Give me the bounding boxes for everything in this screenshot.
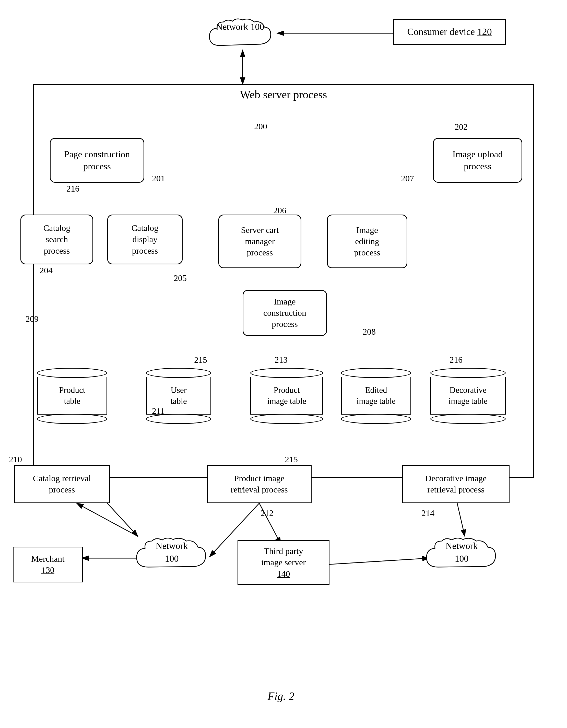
catalog-retrieval-box: Catalog retrievalprocess	[14, 465, 110, 503]
edited-image-table-label: Editedimage table	[357, 385, 396, 407]
decorative-image-retrieval-box: Decorative imageretrieval process	[402, 465, 510, 503]
decorative-image-table-db: Decorativeimage table	[430, 368, 506, 424]
third-party-server-box: Third partyimage server140	[238, 540, 329, 585]
user-table-label: Usertable	[170, 385, 187, 407]
label-205: 205	[174, 273, 187, 283]
consumer-device-label: Consumer device 120	[407, 26, 492, 38]
label-201: 201	[152, 174, 165, 183]
catalog-display-label: Catalogdisplayprocess	[132, 222, 159, 256]
network-bottom-mid-cloud: Network100	[133, 531, 211, 581]
catalog-retrieval-label: Catalog retrievalprocess	[33, 473, 91, 495]
network-bottom-right-cloud: Network100	[423, 531, 501, 581]
decorative-image-table-label: Decorativeimage table	[448, 385, 488, 407]
server-cart-label: Server cartmanagerprocess	[241, 225, 279, 259]
product-table-db: Producttable	[37, 368, 107, 424]
edited-image-table-db: Editedimage table	[341, 368, 411, 424]
label-209: 209	[26, 314, 39, 324]
image-upload-box: Image uploadprocess	[433, 138, 522, 183]
merchant-box: Merchant130	[13, 547, 83, 582]
label-206: 206	[273, 206, 286, 215]
consumer-device-box: Consumer device 120	[393, 19, 506, 45]
image-editing-box: Imageeditingprocess	[327, 215, 407, 268]
label-207: 207	[401, 174, 414, 183]
product-image-table-db: Productimage table	[250, 368, 323, 424]
user-table-db: Usertable	[146, 368, 211, 424]
image-construction-box: Imageconstructionprocess	[243, 290, 327, 336]
page-construction-box: Page constructionprocess	[50, 138, 144, 183]
catalog-display-box: Catalogdisplayprocess	[107, 215, 183, 264]
label-204: 204	[40, 266, 53, 275]
svg-line-27	[327, 558, 429, 565]
label-213: 213	[275, 355, 288, 365]
catalog-search-label: Catalogsearchprocess	[43, 222, 70, 256]
page-construction-label: Page constructionprocess	[64, 148, 130, 172]
label-202: 202	[455, 122, 468, 132]
label-215a: 215	[194, 355, 207, 365]
image-upload-label: Image uploadprocess	[453, 148, 503, 172]
label-200: 200	[254, 122, 267, 131]
label-215b: 215	[285, 455, 298, 464]
label-214: 214	[421, 508, 434, 518]
product-image-retrieval-label: Product imageretrieval process	[231, 473, 288, 495]
product-table-label: Producttable	[59, 385, 85, 407]
server-cart-box: Server cartmanagerprocess	[218, 215, 301, 268]
label-212: 212	[261, 508, 274, 518]
decorative-image-retrieval-label: Decorative imageretrieval process	[425, 473, 487, 495]
svg-line-25	[77, 503, 138, 536]
label-216a: 216	[66, 184, 79, 194]
label-208: 208	[363, 327, 376, 337]
image-construction-label: Imageconstructionprocess	[263, 296, 306, 330]
label-216b: 216	[450, 355, 463, 365]
image-editing-label: Imageeditingprocess	[354, 225, 380, 259]
fig-caption: Fig. 2	[230, 690, 332, 703]
network-bottom-mid-label: Network100	[156, 541, 188, 564]
network-bottom-right-label: Network100	[446, 541, 478, 564]
network-top-cloud: Network 100	[204, 13, 276, 57]
product-image-table-label: Productimage table	[267, 385, 306, 407]
third-party-server-label: Third partyimage server140	[261, 546, 306, 580]
web-server-label: Web server process	[33, 88, 534, 101]
network-top-label: Network 100	[204, 20, 276, 33]
label-210: 210	[9, 455, 22, 464]
product-image-retrieval-box: Product imageretrieval process	[207, 465, 312, 503]
diagram: Network 100 Consumer device 120 Web serv…	[0, 0, 567, 728]
merchant-label: Merchant130	[31, 553, 64, 576]
catalog-search-box: Catalogsearchprocess	[20, 215, 93, 264]
